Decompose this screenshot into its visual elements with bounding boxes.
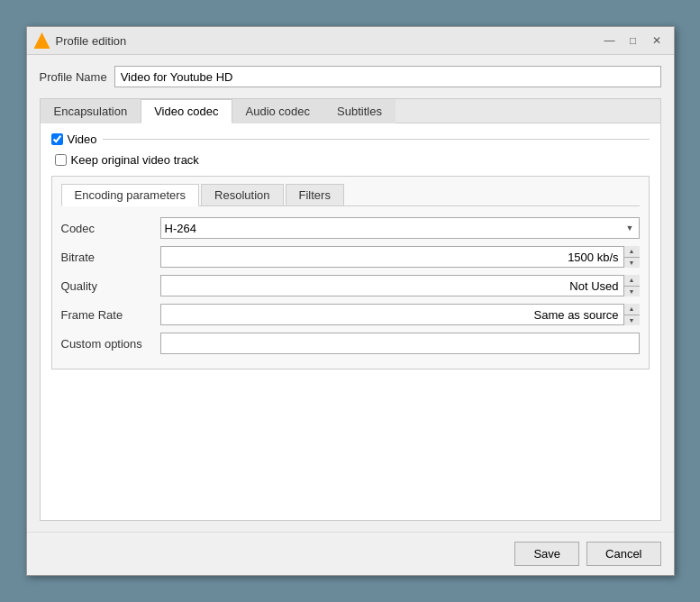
- bitrate-input[interactable]: [160, 246, 640, 268]
- custom-options-row: Custom options: [61, 333, 640, 354]
- inner-tab-encoding-label: Encoding parameters: [75, 188, 186, 202]
- dialog-content: Profile Name Encapsulation Video codec A…: [27, 55, 674, 532]
- quality-up-button[interactable]: ▲: [624, 275, 640, 287]
- title-bar: Profile edition — □ ✕: [27, 27, 674, 55]
- inner-tab-bar: Encoding parameters Resolution Filters: [61, 184, 640, 206]
- frame-rate-up-button[interactable]: ▲: [624, 304, 640, 315]
- profile-name-row: Profile Name: [40, 66, 661, 87]
- quality-input[interactable]: [160, 275, 640, 296]
- custom-options-control: [160, 333, 640, 354]
- quality-row: Quality ▲ ▼: [61, 275, 640, 296]
- video-label: Video: [68, 132, 97, 146]
- quality-spinners: ▲ ▼: [623, 275, 640, 296]
- codec-select-wrapper: H-264 H-265 MPEG-4 MPEG-2 VP8 VP9: [160, 217, 640, 239]
- bitrate-label: Bitrate: [61, 251, 160, 264]
- tab-bar: Encapsulation Video codec Audio codec Su…: [41, 99, 660, 123]
- frame-rate-label: Frame Rate: [61, 308, 160, 322]
- tab-content-video-codec: Video Keep original video track Encod: [41, 123, 660, 520]
- codec-label: Codec: [61, 222, 160, 235]
- minimize-button[interactable]: —: [600, 32, 620, 49]
- bitrate-down-button[interactable]: ▼: [624, 258, 640, 269]
- title-bar-left: Profile edition: [34, 32, 127, 49]
- keep-original-row: Keep original video track: [51, 153, 650, 167]
- bitrate-control: ▲ ▼: [160, 246, 640, 268]
- codec-select[interactable]: H-264 H-265 MPEG-4 MPEG-2 VP8 VP9: [160, 217, 640, 239]
- section-divider: [103, 139, 650, 140]
- frame-rate-input-wrapper: ▲ ▼: [160, 304, 640, 325]
- keep-original-label[interactable]: Keep original video track: [55, 153, 650, 167]
- quality-control: ▲ ▼: [160, 275, 640, 296]
- bitrate-input-wrapper: ▲ ▼: [160, 246, 640, 268]
- frame-rate-control: ▲ ▼: [160, 304, 640, 325]
- tab-encapsulation[interactable]: Encapsulation: [41, 99, 141, 123]
- inner-tab-resolution-label: Resolution: [214, 188, 269, 202]
- quality-label: Quality: [61, 279, 160, 293]
- encoding-params-content: Codec H-264 H-265 MPEG-4 MPEG-2 VP8: [61, 217, 640, 354]
- codec-row: Codec H-264 H-265 MPEG-4 MPEG-2 VP8: [61, 217, 640, 239]
- frame-rate-row: Frame Rate ▲ ▼: [61, 304, 640, 325]
- save-button[interactable]: Save: [514, 542, 579, 566]
- video-checkbox-label[interactable]: Video: [51, 132, 97, 146]
- tab-encapsulation-label: Encapsulation: [54, 105, 128, 118]
- tab-audio-codec-label: Audio codec: [246, 105, 311, 118]
- codec-control: H-264 H-265 MPEG-4 MPEG-2 VP8 VP9: [160, 217, 640, 239]
- tab-subtitles[interactable]: Subtitles: [323, 99, 395, 123]
- quality-down-button[interactable]: ▼: [624, 287, 640, 297]
- tab-video-codec[interactable]: Video codec: [141, 99, 232, 123]
- dialog-footer: Save Cancel: [27, 532, 674, 575]
- frame-rate-spinners: ▲ ▼: [623, 304, 640, 325]
- tab-video-codec-label: Video codec: [154, 105, 218, 118]
- profile-edition-dialog: Profile edition — □ ✕ Profile Name Encap…: [26, 26, 675, 576]
- profile-name-input[interactable]: [114, 66, 661, 87]
- profile-name-label: Profile Name: [40, 70, 107, 84]
- vlc-icon: [34, 32, 50, 49]
- keep-original-checkbox[interactable]: [55, 154, 67, 166]
- cancel-button[interactable]: Cancel: [586, 542, 660, 566]
- tabs-container: Encapsulation Video codec Audio codec Su…: [40, 98, 661, 521]
- video-checkbox[interactable]: [51, 133, 63, 145]
- inner-tab-encoding[interactable]: Encoding parameters: [61, 184, 200, 206]
- bitrate-spinners: ▲ ▼: [623, 246, 640, 268]
- custom-options-input[interactable]: [160, 333, 640, 354]
- bitrate-row: Bitrate ▲ ▼: [61, 246, 640, 268]
- frame-rate-input[interactable]: [160, 304, 640, 325]
- bitrate-up-button[interactable]: ▲: [624, 246, 640, 258]
- keep-original-text: Keep original video track: [71, 153, 199, 167]
- inner-tab-filters-label: Filters: [299, 188, 331, 202]
- custom-options-label: Custom options: [61, 337, 160, 351]
- tab-subtitles-label: Subtitles: [337, 105, 382, 118]
- title-controls: — □ ✕: [600, 32, 667, 49]
- inner-tab-resolution[interactable]: Resolution: [201, 184, 283, 205]
- frame-rate-down-button[interactable]: ▼: [624, 315, 640, 326]
- tab-audio-codec[interactable]: Audio codec: [232, 99, 324, 123]
- inner-tabs-container: Encoding parameters Resolution Filters: [51, 176, 650, 369]
- inner-tab-filters[interactable]: Filters: [286, 184, 344, 205]
- quality-input-wrapper: ▲ ▼: [160, 275, 640, 296]
- window-title: Profile edition: [56, 34, 127, 48]
- close-button[interactable]: ✕: [647, 32, 667, 49]
- maximize-button[interactable]: □: [623, 32, 643, 49]
